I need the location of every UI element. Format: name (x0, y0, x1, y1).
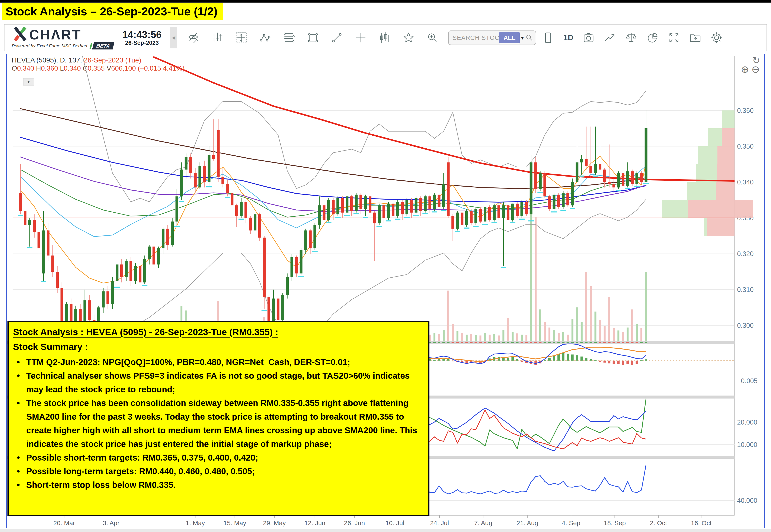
candlestick-tool-button[interactable] (379, 32, 391, 44)
svg-text:−0.005: −0.005 (737, 377, 758, 385)
dmi-pane (425, 399, 646, 451)
candlestick-icon (379, 32, 391, 44)
toolbar: CHΛRT Powered by Excel Force MSC Berhad … (4, 24, 767, 51)
camera-icon (583, 32, 595, 44)
volume-bars (20, 204, 647, 341)
collapse-icon: ◀ (172, 35, 175, 41)
clock-date: 26-Sep-2023 (122, 40, 161, 46)
svg-text:12. Jun: 12. Jun (304, 519, 325, 526)
trendline-icon (331, 32, 343, 44)
chart-zoom-in-button[interactable]: ⊕ (739, 63, 750, 75)
settings-button[interactable] (711, 32, 723, 44)
ohlc-line: O0.340 H0.360 L0.340 C0.355 V606,100 (+0… (12, 64, 184, 72)
svg-text:29. May: 29. May (263, 519, 286, 526)
draw-visibility-button[interactable] (187, 32, 199, 44)
pie-chart-icon (647, 32, 659, 44)
bullet-item: Short-term stop loss below RM0.335. (13, 478, 422, 492)
logo-text: CHΛRT (29, 29, 81, 41)
bullet-item: Technical analyser shows PFS9=3 indicate… (13, 369, 422, 396)
rectangle-icon (307, 32, 319, 44)
clock-time: 14:43:56 (122, 29, 161, 40)
symbol-info: HEVEA (5095), D, 137, (12, 56, 82, 64)
app-logo: CHΛRT Powered by Excel Force MSC Berhad … (12, 26, 113, 49)
page-title: Stock Analysis – 26-Sep-2023-Tue (1/2) (2, 3, 223, 20)
trendline-tool-button[interactable] (331, 32, 343, 44)
svg-text:10. Jul: 10. Jul (385, 519, 404, 526)
fullscreen-button[interactable] (668, 32, 680, 44)
clock: 14:43:56 26-Sep-2023 (122, 29, 161, 46)
abc-pattern-icon (259, 32, 271, 44)
search-icon[interactable] (525, 33, 534, 42)
bullet-item: Possible long-term targets: RM0.440, 0.4… (13, 464, 422, 478)
analysis-annotation: Stock Analysis : HEVEA (5095) - 26-Sep-2… (7, 321, 430, 516)
layout-panel-button[interactable] (542, 32, 554, 44)
svg-text:26. Jun: 26. Jun (344, 519, 365, 526)
fullscreen-icon (668, 32, 680, 44)
right-tools: 1D (542, 32, 723, 44)
beta-badge: BETA (92, 42, 114, 49)
svg-text:0.310: 0.310 (737, 286, 754, 293)
parallel-lines-button[interactable] (283, 32, 295, 44)
interval-button[interactable]: 1D (564, 33, 573, 42)
add-tool-button[interactable] (355, 32, 367, 44)
svg-text:0.360: 0.360 (737, 107, 754, 114)
svg-text:3. Apr: 3. Apr (103, 519, 119, 526)
svg-text:0.340: 0.340 (737, 178, 754, 186)
plus-icon (355, 32, 367, 44)
beta-slash (89, 43, 92, 49)
search-placeholder: SEARCH STOCKS (453, 34, 499, 41)
dropdown-icon: ▼ (27, 80, 30, 84)
stock-search[interactable]: SEARCH STOCKS ALL ▾ (448, 30, 536, 45)
svg-text:24. Jul: 24. Jul (430, 519, 449, 526)
analysis-pie-button[interactable] (647, 32, 659, 44)
svg-text:20.000: 20.000 (737, 419, 757, 426)
favorites-button[interactable] (403, 32, 415, 44)
chart-header: HEVEA (5095), D, 137, 26-Sep-2023 (Tue) … (12, 56, 184, 72)
zoom-in-tool-button[interactable] (427, 32, 439, 44)
drawing-tools (187, 32, 439, 44)
sliders-icon (211, 32, 223, 44)
collapse-panel-button[interactable]: ◀ (170, 27, 177, 48)
xchart-logo-icon (12, 26, 28, 41)
folder-upload-icon (689, 32, 701, 44)
svg-text:18. Sep: 18. Sep (604, 519, 626, 526)
trend-arrow-icon (604, 32, 616, 44)
svg-text:40.000: 40.000 (737, 497, 757, 504)
macd-pane (424, 342, 647, 365)
svg-text:20. Mar: 20. Mar (53, 519, 75, 526)
svg-text:15. May: 15. May (223, 519, 246, 526)
bullet-item: Possible short-term targets: RM0.365, 0.… (13, 451, 422, 464)
rectangle-tool-button[interactable] (307, 32, 319, 44)
bullet-item: The stock price has been consolidation s… (13, 396, 422, 451)
trend-mode-button[interactable] (604, 32, 616, 44)
bottom-margin (0, 529, 771, 532)
save-layout-button[interactable] (689, 32, 701, 44)
svg-text:16. Oct: 16. Oct (691, 519, 712, 526)
indicator-sliders-button[interactable] (211, 32, 223, 44)
svg-text:1. May: 1. May (186, 519, 205, 526)
parallel-lines-icon (283, 32, 295, 44)
annotation-subtitle: Stock Summary : (13, 339, 422, 354)
candles (18, 110, 649, 345)
scale-icon (625, 32, 637, 44)
svg-text:4. Sep: 4. Sep (562, 519, 580, 526)
chart-zoom-out-button[interactable]: ⊖ (750, 63, 761, 75)
tas-line (425, 465, 646, 494)
gear-icon (711, 32, 723, 44)
annotation-title: Stock Analysis : HEVEA (5095) - 26-Sep-2… (13, 325, 422, 339)
zoom-in-icon (427, 32, 439, 44)
svg-text:0.320: 0.320 (737, 250, 754, 258)
chart-date: 26-Sep-2023 (Tue) (84, 56, 141, 64)
search-filter-all-button[interactable]: ALL (499, 32, 520, 43)
crosshair-icon (235, 32, 247, 44)
screenshot-button[interactable] (583, 32, 595, 44)
search-filter-chevron-icon[interactable]: ▾ (521, 35, 524, 41)
compare-button[interactable] (625, 32, 637, 44)
top-bar (0, 0, 771, 3)
crosshair-tool-button[interactable] (235, 32, 247, 44)
svg-text:2. Oct: 2. Oct (650, 519, 667, 526)
pattern-tool-button[interactable] (259, 32, 271, 44)
chart-dropdown-button[interactable]: ▼ (23, 78, 34, 86)
svg-text:0.350: 0.350 (737, 143, 754, 150)
svg-text:0.300: 0.300 (737, 322, 754, 329)
